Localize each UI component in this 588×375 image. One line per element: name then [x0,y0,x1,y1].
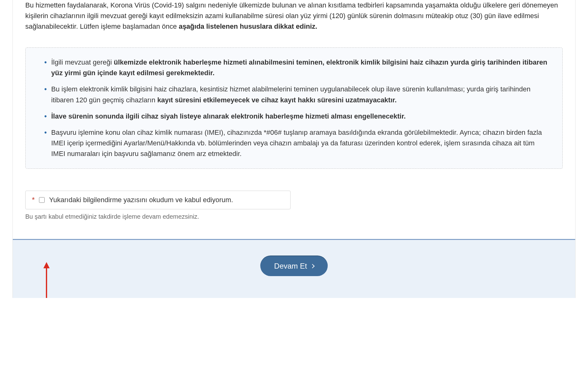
info-item-3: İlave sürenin sonunda ilgili cihaz siyah… [44,111,550,122]
continue-button[interactable]: Devam Et [260,256,327,276]
info-item-1: İlgili mevzuat gereği ülkemizde elektron… [44,57,550,78]
consent-box: * Yukarıdaki bilgilendirme yazısını okud… [25,191,291,209]
page-container: Bu hizmetten faydalanarak, Korona Virüs … [12,0,576,298]
info-item-2-bold: kayıt süresini etkilemeyecek ve cihaz ka… [157,96,397,104]
info-item-1-pre: İlgili mevzuat gereği [51,58,114,66]
info-list: İlgili mevzuat gereği ülkemizde elektron… [38,57,550,159]
consent-help-text: Bu şartı kabul etmediğiniz takdirde işle… [25,213,563,220]
intro-text-bold: aşağıda listelenen hususlara dikkat edin… [179,22,317,30]
info-box: İlgili mevzuat gereği ülkemizde elektron… [25,47,563,169]
info-item-1-bold: ülkemizde elektronik haberleşme hizmeti … [51,58,547,77]
button-section: Devam Et [13,239,575,298]
info-item-4: Başvuru işlemine konu olan cihaz kimlik … [44,127,550,159]
consent-area: * Yukarıdaki bilgilendirme yazısını okud… [13,178,575,220]
chevron-right-icon [310,264,315,268]
intro-paragraph: Bu hizmetten faydalanarak, Korona Virüs … [13,0,575,41]
consent-checkbox[interactable] [39,197,45,203]
continue-button-label: Devam Et [274,262,307,270]
consent-label: Yukarıdaki bilgilendirme yazısını okudum… [49,196,233,204]
required-star-icon: * [32,196,35,204]
info-item-4-text: Başvuru işlemine konu olan cihaz kimlik … [51,129,542,158]
info-item-3-bold: İlave sürenin sonunda ilgili cihaz siyah… [51,112,406,120]
info-item-2: Bu işlem elektronik kimlik bilgisini hai… [44,84,550,105]
